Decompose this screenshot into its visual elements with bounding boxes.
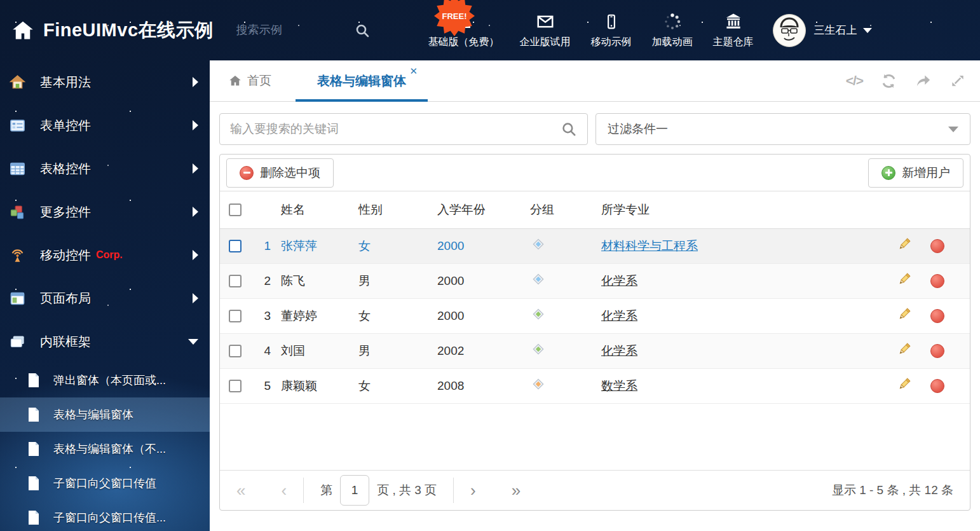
last-page-button[interactable]: »: [512, 482, 521, 499]
edit-pencil-icon[interactable]: [897, 376, 912, 395]
sidebar-item-more-controls[interactable]: 更多控件: [0, 190, 210, 233]
table-row[interactable]: 3 董婷婷 女 2000 化学系: [220, 298, 970, 333]
cubes-icon: [8, 203, 26, 221]
file-icon: [27, 476, 41, 491]
search-icon[interactable]: [355, 23, 370, 38]
select-all-checkbox[interactable]: [229, 203, 242, 216]
sidebar-child-popup-window[interactable]: 弹出窗体（本页面或...: [0, 363, 210, 397]
tab-home[interactable]: 首页: [229, 72, 271, 89]
row-checkbox[interactable]: [229, 275, 242, 287]
layout-icon: [8, 289, 26, 307]
major-link[interactable]: 化学系: [601, 309, 637, 322]
table-row[interactable]: 1 张萍萍 女 2000 材料科学与工程系: [220, 228, 970, 263]
page-number-input[interactable]: [340, 475, 369, 506]
sidebar-item-mobile-controls[interactable]: 移动控件 Corp.: [0, 233, 210, 277]
filter-dropdown[interactable]: 过滤条件一: [595, 113, 970, 145]
tab-home-label: 首页: [247, 72, 271, 89]
open-new-window-icon[interactable]: [915, 72, 932, 90]
keyword-search-input[interactable]: [230, 122, 561, 136]
user-menu[interactable]: 三生石上: [773, 14, 872, 47]
row-checkbox[interactable]: [229, 240, 242, 252]
sidebar-item-page-layout[interactable]: 页面布局: [0, 277, 210, 320]
cell-group: [530, 368, 601, 403]
delete-row-icon[interactable]: [930, 239, 944, 253]
keyword-searchbox: [219, 113, 588, 145]
header-search-input[interactable]: [236, 24, 332, 37]
next-page-button[interactable]: ›: [470, 482, 476, 499]
cell-gender: 男: [358, 333, 437, 368]
maximize-icon[interactable]: [949, 72, 966, 89]
row-checkbox[interactable]: [229, 345, 242, 357]
refresh-icon[interactable]: [880, 72, 897, 90]
cell-group: [530, 263, 601, 298]
cell-group: [530, 228, 601, 263]
file-icon: [27, 373, 41, 388]
cell-name: 董婷婷: [281, 298, 358, 333]
cell-gender: 女: [358, 228, 437, 263]
tab-tools: </>: [846, 60, 966, 101]
delete-selected-button[interactable]: 删除选中项: [226, 158, 334, 188]
row-checkbox[interactable]: [229, 380, 242, 392]
source-code-icon[interactable]: </>: [846, 73, 863, 88]
grid-empty-space: [220, 404, 970, 470]
menu-item-mobile-demo[interactable]: 移动示例: [591, 12, 632, 49]
table-icon: [8, 160, 26, 177]
sidebar-item-basic-usage[interactable]: 基本用法: [0, 60, 210, 104]
users-table: 姓名 性别 入学年份 分组 所学专业 1 张萍萍 女 2000: [220, 191, 970, 404]
row-number: 5: [249, 368, 281, 403]
tag-icon: [530, 271, 547, 287]
chevron-right-icon: [193, 293, 198, 303]
file-icon: [27, 407, 41, 422]
search-icon[interactable]: [561, 121, 577, 137]
menu-item-loading-animation[interactable]: 加载动画: [652, 12, 693, 49]
sidebar-item-label: 表格控件: [40, 160, 91, 177]
close-icon[interactable]: ✕: [409, 66, 418, 76]
sidebar-child-child-to-parent[interactable]: 子窗口向父窗口传值: [0, 466, 210, 500]
delete-row-icon[interactable]: [930, 344, 944, 358]
delete-row-icon[interactable]: [930, 379, 944, 393]
edit-pencil-icon[interactable]: [897, 237, 912, 255]
sidebar-item-grid-controls[interactable]: 表格控件: [0, 147, 210, 190]
menu-item-label: 基础版（免费）: [428, 36, 500, 49]
sidebar-child-grid-edit-window[interactable]: 表格与编辑窗体: [0, 397, 210, 432]
sidebar-item-iframe[interactable]: 内联框架: [0, 320, 210, 363]
header-search: [236, 23, 370, 38]
cell-gender: 女: [358, 368, 437, 403]
edit-pencil-icon[interactable]: [897, 272, 912, 290]
table-row[interactable]: 4 刘国 男 2002 化学系: [220, 333, 970, 368]
sidebar-item-form-controls[interactable]: 表单控件: [0, 104, 210, 147]
cell-gender: 男: [358, 263, 437, 298]
delete-row-icon[interactable]: [930, 309, 944, 323]
column-name: 姓名: [281, 191, 358, 228]
sidebar-child-child-to-parent-2[interactable]: 子窗口向父窗口传值...: [0, 500, 210, 531]
sidebar-child-label: 表格与编辑窗体（不...: [53, 441, 166, 457]
sidebar-child-grid-edit-window-2[interactable]: 表格与编辑窗体（不...: [0, 432, 210, 466]
menu-item-label: 移动示例: [591, 36, 632, 49]
top-header: FineUIMvc在线示例 FREE! 基础版（免费） 企业版试: [0, 0, 980, 60]
add-user-button[interactable]: 新增用户: [868, 158, 963, 188]
prev-page-button[interactable]: ‹: [281, 482, 287, 499]
tag-icon: [530, 376, 547, 392]
table-row[interactable]: 5 康颖颖 女 2008 数学系: [220, 368, 970, 403]
major-link[interactable]: 化学系: [601, 344, 637, 357]
home-icon[interactable]: [11, 19, 34, 42]
menu-item-enterprise-trial[interactable]: 企业版试用: [520, 12, 571, 49]
chevron-down-icon: [188, 339, 198, 345]
cell-year: 2000: [437, 263, 530, 298]
tab-grid-edit-window[interactable]: 表格与编辑窗体 ✕: [296, 60, 428, 101]
delete-row-icon[interactable]: [930, 274, 944, 288]
row-checkbox[interactable]: [229, 310, 242, 322]
major-link[interactable]: 数学系: [601, 379, 637, 392]
table-row[interactable]: 2 陈飞 男 2000 化学系: [220, 263, 970, 298]
antenna-icon: [8, 246, 26, 264]
major-link[interactable]: 材料科学与工程系: [601, 239, 698, 252]
tag-icon: [530, 341, 547, 357]
edit-pencil-icon[interactable]: [897, 341, 912, 360]
chevron-down-icon: [948, 127, 958, 132]
grid-panel: 删除选中项 新增用户 姓名 性别 入学年份: [219, 154, 970, 511]
major-link[interactable]: 化学系: [601, 274, 637, 287]
column-rownum: [249, 191, 281, 228]
edit-pencil-icon[interactable]: [897, 307, 912, 325]
menu-item-theme-store[interactable]: 主题仓库: [713, 12, 754, 49]
first-page-button[interactable]: «: [236, 482, 245, 499]
